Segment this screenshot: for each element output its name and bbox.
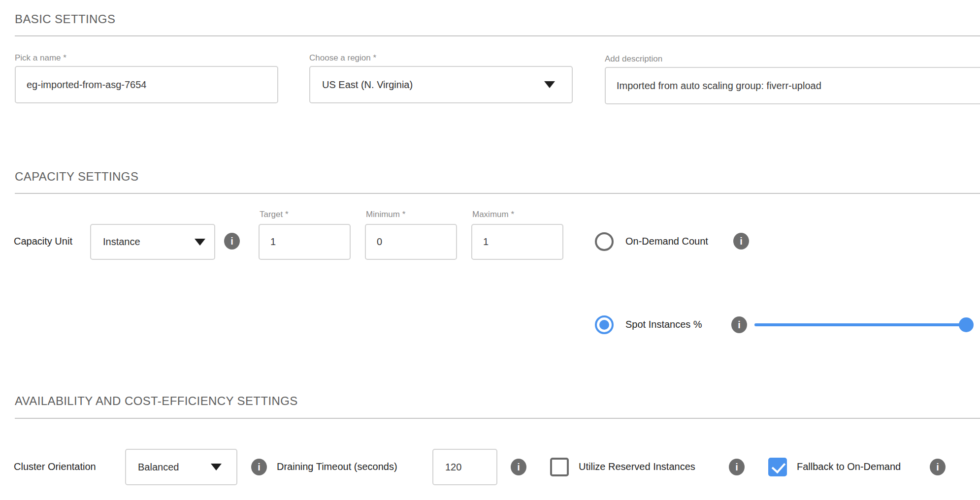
spot-instances-info-icon[interactable]: i xyxy=(731,316,747,333)
on-demand-count-info-icon[interactable]: i xyxy=(733,233,749,250)
fallback-on-demand-checkbox[interactable] xyxy=(768,458,787,476)
basic-settings-title: BASIC SETTINGS xyxy=(15,13,115,26)
slider-fill xyxy=(754,323,966,326)
draining-timeout-input[interactable] xyxy=(432,449,497,485)
dropdown-arrow-icon xyxy=(544,81,555,88)
capacity-unit-info-icon[interactable]: i xyxy=(224,233,240,250)
section-divider xyxy=(15,193,980,194)
capacity-unit-label: Capacity Unit xyxy=(14,236,72,247)
utilize-reserved-label[interactable]: Utilize Reserved Instances xyxy=(579,461,695,472)
region-dropdown-value: US East (N. Virginia) xyxy=(322,79,413,91)
dropdown-arrow-icon xyxy=(195,239,205,246)
spot-percentage-slider[interactable] xyxy=(754,317,966,332)
cluster-orientation-value: Balanced xyxy=(138,462,179,473)
capacity-unit-value: Instance xyxy=(103,236,140,248)
target-input[interactable] xyxy=(259,224,351,260)
maximum-field-label: Maximum * xyxy=(472,210,514,219)
draining-timeout-label: Draining Timeout (seconds) xyxy=(277,461,397,472)
availability-settings-title: AVAILABILITY AND COST-EFFICIENCY SETTING… xyxy=(15,395,298,407)
slider-thumb[interactable] xyxy=(959,317,974,332)
name-input[interactable] xyxy=(15,66,278,103)
region-dropdown[interactable]: US East (N. Virginia) xyxy=(309,66,573,103)
spot-instances-label[interactable]: Spot Instances % xyxy=(625,319,702,330)
description-input[interactable] xyxy=(605,67,980,104)
spot-instances-radio[interactable] xyxy=(595,315,614,334)
minimum-field-label: Minimum * xyxy=(366,210,405,219)
utilize-reserved-info-icon[interactable]: i xyxy=(729,459,745,475)
cluster-orientation-label: Cluster Orientation xyxy=(14,461,96,472)
fallback-on-demand-label[interactable]: Fallback to On-Demand xyxy=(797,461,901,472)
region-field-label: Choose a region * xyxy=(309,53,376,63)
description-field-label: Add description xyxy=(605,54,662,64)
fallback-on-demand-info-icon[interactable]: i xyxy=(930,459,946,475)
on-demand-count-label[interactable]: On-Demand Count xyxy=(625,236,708,247)
draining-timeout-info-icon[interactable]: i xyxy=(511,459,526,475)
cluster-orientation-dropdown[interactable]: Balanced xyxy=(125,449,237,485)
cluster-orientation-info-icon[interactable]: i xyxy=(251,459,267,475)
target-field-label: Target * xyxy=(260,210,289,219)
name-field-label: Pick a name * xyxy=(15,53,66,63)
capacity-settings-title: CAPACITY SETTINGS xyxy=(15,170,138,183)
dropdown-arrow-icon xyxy=(211,464,222,470)
elastigroup-settings-page: BASIC SETTINGS Pick a name * Choose a re… xyxy=(0,0,980,500)
minimum-input[interactable] xyxy=(365,224,457,260)
maximum-input[interactable] xyxy=(471,224,563,260)
checkmark-icon xyxy=(772,459,786,473)
on-demand-count-radio[interactable] xyxy=(595,232,614,251)
section-divider xyxy=(15,35,980,36)
utilize-reserved-checkbox[interactable] xyxy=(550,458,569,476)
section-divider xyxy=(15,418,980,419)
capacity-unit-dropdown[interactable]: Instance xyxy=(90,224,215,260)
